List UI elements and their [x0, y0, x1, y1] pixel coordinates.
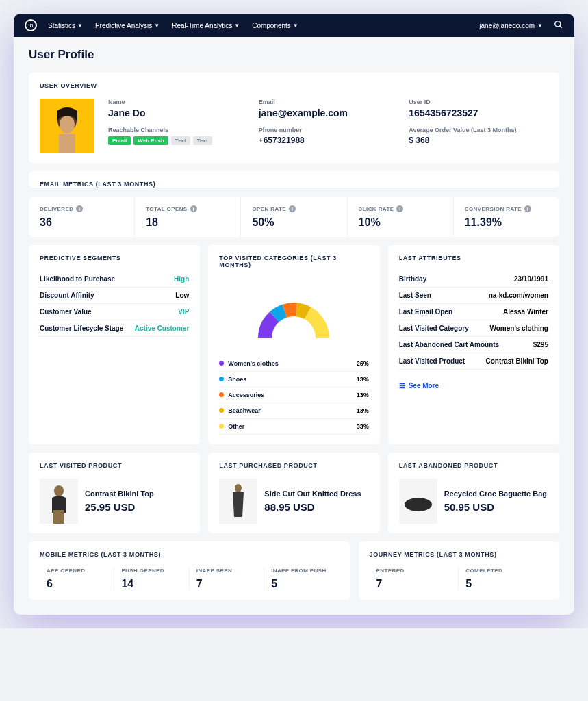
attribute-row: Last Seenna-kd.com/women: [399, 288, 548, 304]
last-visited-card: LAST VISITED PRODUCT Contrast Bikini Top…: [29, 453, 200, 533]
product-image: [219, 479, 257, 524]
chevron-down-icon: ▼: [154, 23, 159, 29]
info-icon[interactable]: i: [289, 205, 296, 212]
channel-chip: Web Push: [133, 136, 168, 145]
uid-value: 1654356723527: [409, 107, 548, 118]
chevron-down-icon: ▼: [537, 23, 543, 29]
info-icon[interactable]: i: [190, 205, 197, 212]
avatar: [40, 99, 94, 153]
metric-value: 10%: [359, 216, 442, 229]
metric-value: 7: [376, 578, 452, 590]
email-metrics-title: EMAIL METRICS (LAST 3 MONTHS): [40, 181, 548, 188]
metric-label: COMPLETED: [465, 568, 541, 574]
page-title: User Profile: [14, 37, 574, 73]
metric-value: 36: [40, 216, 123, 229]
chevron-down-icon: ▼: [234, 23, 240, 29]
metric-cell: CONVERSION RATE i11.39%: [454, 197, 559, 237]
mobile-metrics-title: MOBILE METRICS (LAST 3 MONTHS): [40, 551, 340, 558]
topnav: in Statistics▼ Predictive Analysis▼ Real…: [14, 14, 574, 37]
phone-label: Phone number: [259, 127, 398, 133]
info-icon[interactable]: i: [396, 205, 403, 212]
segment-row: Likelihood to PurchaseHigh: [40, 271, 189, 288]
attribute-row: Birthday23/10/1991: [399, 271, 548, 288]
product-price: 50.95 USD: [444, 501, 547, 513]
aov-value: $ 368: [409, 136, 548, 145]
product-name: Contrast Bikini Top: [85, 489, 154, 498]
segment-row: Customer ValueVIP: [40, 304, 189, 320]
email-value: jane@example.com: [259, 107, 398, 118]
info-icon[interactable]: i: [76, 205, 83, 212]
metric-value: 5: [271, 578, 332, 590]
segment-row: Discount AffinityLow: [40, 288, 189, 304]
svg-point-7: [54, 485, 64, 496]
see-more-button[interactable]: ☲See More: [399, 382, 548, 390]
metric-cell: APP OPENED6: [40, 568, 114, 590]
attribute-row: Last Abandoned Cart Amounts$295: [399, 337, 548, 353]
last-abandoned-title: LAST ABANDONED PRODUCT: [399, 462, 548, 469]
channel-chip: Email: [108, 136, 131, 145]
category-row: Other33%: [219, 419, 368, 435]
name-value: Jane Do: [108, 107, 248, 118]
search-icon[interactable]: [554, 20, 563, 31]
metric-value: 7: [196, 578, 257, 590]
metric-label: OPEN RATE i: [252, 205, 335, 212]
category-row: Women's clothes26%: [219, 356, 368, 372]
overview-title: USER OVERVIEW: [40, 82, 548, 89]
attributes-title: LAST ATTRIBUTES: [399, 255, 548, 262]
metric-value: 6: [47, 578, 107, 590]
journey-metrics-title: JOURNEY METRICS (LAST 3 MONTHS): [370, 551, 548, 558]
last-purchased-card: LAST PURCHASED PRODUCT Side Cut Out Knit…: [208, 453, 379, 533]
metric-cell: DELIVERED i36: [29, 197, 135, 237]
segments-title: PREDICTIVE SEGMENTS: [40, 255, 189, 262]
metric-cell: CLICK RATE i10%: [348, 197, 454, 237]
last-abandoned-card: LAST ABANDONED PRODUCT Recycled Croc Bag…: [388, 453, 559, 533]
logo-icon: in: [25, 19, 37, 31]
segment-row: Customer Lifecycle StageActive Customer: [40, 320, 189, 337]
product-image: [399, 479, 437, 524]
aov-label: Average Order Value (Last 3 Months): [409, 127, 548, 133]
attributes-card: LAST ATTRIBUTES Birthday23/10/1991Last S…: [388, 245, 559, 444]
email-metrics-row: DELIVERED i36TOTAL OPENS i18OPEN RATE i5…: [29, 197, 559, 237]
metric-label: APP OPENED: [47, 568, 107, 574]
chevron-down-icon: ▼: [293, 23, 298, 29]
svg-rect-5: [59, 134, 75, 153]
category-row: Shoes13%: [219, 372, 368, 387]
svg-point-10: [235, 484, 242, 492]
metric-cell: PUSH OPENED14: [114, 568, 189, 590]
chevron-down-icon: ▼: [77, 23, 83, 29]
last-purchased-title: LAST PURCHASED PRODUCT: [219, 462, 368, 469]
product-price: 88.95 USD: [264, 501, 361, 513]
email-label: Email: [259, 99, 398, 105]
metric-value: 5: [465, 578, 541, 590]
product-price: 25.95 USD: [85, 501, 154, 513]
info-icon[interactable]: i: [524, 205, 531, 212]
metric-cell: INAPP FROM PUSH5: [264, 568, 339, 590]
nav-predictive[interactable]: Predictive Analysis▼: [95, 22, 159, 29]
journey-metrics-card: JOURNEY METRICS (LAST 3 MONTHS) ENTERED7…: [359, 541, 559, 600]
channel-chip: Text: [171, 136, 190, 145]
name-label: Name: [108, 99, 248, 105]
categories-title: TOP VISITED CATEGORIES (LAST 3 MONTHS): [219, 255, 368, 268]
phone-value: +657321988: [259, 136, 398, 145]
uid-label: User ID: [409, 99, 548, 105]
mobile-metrics-card: MOBILE METRICS (LAST 3 MONTHS) APP OPENE…: [29, 541, 350, 600]
metric-label: INAPP SEEN: [196, 568, 257, 574]
metric-label: INAPP FROM PUSH: [271, 568, 332, 574]
svg-point-12: [405, 498, 432, 511]
nav-components[interactable]: Components▼: [252, 22, 298, 29]
product-name: Recycled Croc Baguette Bag: [444, 489, 547, 498]
channel-chip: Text: [193, 136, 212, 145]
channels-label: Reachable Channels: [108, 127, 248, 133]
metric-value: 50%: [252, 216, 335, 229]
metric-label: DELIVERED i: [40, 205, 123, 212]
svg-rect-8: [53, 510, 64, 524]
metric-label: ENTERED: [376, 568, 452, 574]
svg-line-1: [560, 25, 562, 27]
nav-realtime[interactable]: Real-Time Analytics▼: [172, 22, 240, 29]
metric-cell: COMPLETED5: [459, 568, 548, 590]
reachable-channels: EmailWeb PushTextText: [108, 136, 248, 145]
product-name: Side Cut Out Knitted Dress: [264, 489, 361, 498]
user-menu[interactable]: jane@janedo.com▼: [479, 22, 543, 29]
nav-statistics[interactable]: Statistics▼: [48, 22, 83, 29]
donut-chart: [219, 278, 368, 349]
